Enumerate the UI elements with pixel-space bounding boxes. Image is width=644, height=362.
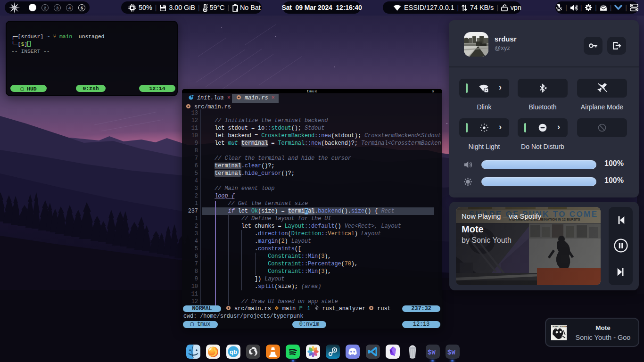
svg-text:$W: $W bbox=[428, 349, 436, 356]
svg-text:qb: qb bbox=[230, 348, 237, 355]
svg-text:SONIC YOUTH: SONIC YOUTH bbox=[553, 325, 567, 328]
svg-text:$W: $W bbox=[447, 349, 455, 356]
